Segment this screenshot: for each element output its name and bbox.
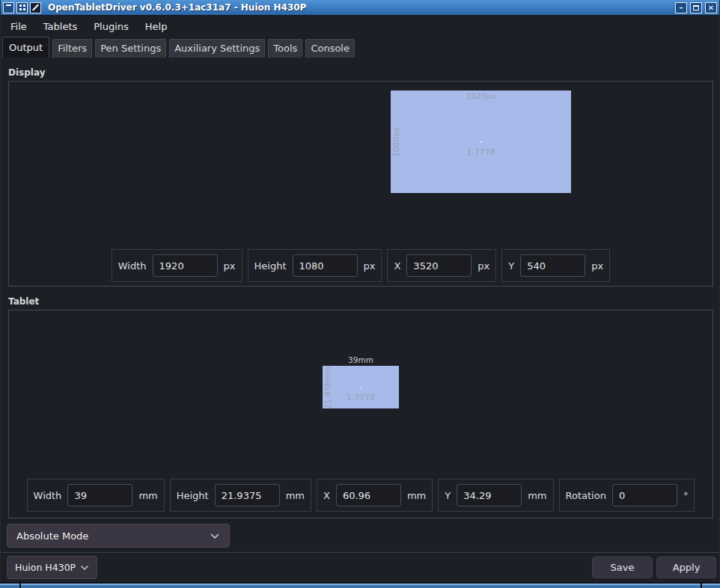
- menu-tablets[interactable]: Tablets: [35, 17, 86, 36]
- taskbar-segment-right[interactable]: [702, 584, 720, 588]
- close-icon: ✕: [708, 3, 714, 13]
- tablet-section-header: Tablet: [8, 296, 39, 307]
- shade-icon: [6, 4, 11, 6]
- display-fields-row: Width px Height px X px Y px: [9, 249, 713, 282]
- maximize-icon: [693, 5, 699, 10]
- grid-dots-icon: [19, 4, 25, 10]
- tablet-rotation-input[interactable]: [612, 484, 677, 506]
- tab-filters[interactable]: Filters: [52, 39, 92, 58]
- apply-button[interactable]: Apply: [656, 557, 716, 578]
- display-area-rect[interactable]: 1920px 1080px 1.7778: [391, 91, 571, 193]
- menu-file[interactable]: File: [2, 17, 35, 36]
- close-button[interactable]: ✕: [705, 2, 717, 13]
- tablet-x-group: X mm: [317, 479, 433, 512]
- titlebar: OpenTabletDriver v0.6.0.3+1ac31a7 - Huio…: [1, 0, 719, 16]
- footer-divider: [1, 552, 719, 553]
- display-width-label: 1920px: [391, 91, 571, 100]
- display-height-input[interactable]: [293, 254, 358, 277]
- display-center-dot: [480, 141, 482, 143]
- save-button[interactable]: Save: [592, 557, 653, 578]
- tablet-width-label: 39mm: [323, 355, 399, 364]
- tablet-width-field-label: Width: [34, 490, 62, 501]
- tablet-height-field-label: Height: [177, 490, 209, 501]
- menubar: File Tablets Plugins Help: [1, 16, 719, 37]
- taskbar-strip: [0, 582, 720, 588]
- taskbar-segment-middle[interactable]: [21, 584, 701, 588]
- tablet-y-unit: mm: [528, 490, 546, 501]
- display-y-field-label: Y: [508, 260, 514, 272]
- tablet-rotation-field-label: Rotation: [566, 490, 606, 501]
- minimize-button[interactable]: –: [675, 2, 687, 13]
- tablet-center-dot: [360, 387, 361, 388]
- tablet-area-panel: 39mm 21.938mm 1.7778 Width mm Height mm …: [8, 310, 713, 518]
- tab-bar: Output Filters Pen Settings Auxiliary Se…: [1, 37, 719, 58]
- display-x-group: X px: [387, 249, 496, 282]
- tablet-selector[interactable]: Huion H430P: [7, 556, 97, 579]
- display-height-group: Height px: [248, 249, 382, 282]
- display-y-unit: px: [591, 260, 603, 272]
- maximize-button[interactable]: [690, 2, 702, 13]
- tablet-height-label: 21.938mm: [323, 366, 332, 408]
- tablet-width-group: Width mm: [27, 479, 165, 512]
- display-width-field-label: Width: [118, 260, 147, 272]
- pen-icon: [32, 4, 39, 10]
- taskbar-segment-left[interactable]: [0, 584, 19, 588]
- titlebar-menu-button[interactable]: [16, 2, 28, 13]
- tablet-aspect-ratio: 1.7778: [323, 393, 399, 402]
- display-section-header: Display: [8, 67, 45, 78]
- display-x-unit: px: [478, 260, 489, 272]
- display-area-panel: 1920px 1080px 1.7778 Width px Height px …: [8, 81, 713, 287]
- tablet-width-input[interactable]: [67, 484, 132, 506]
- display-y-input[interactable]: [520, 254, 585, 277]
- app-icon: [30, 2, 41, 13]
- display-width-unit: px: [224, 260, 236, 272]
- titlebar-shade-button[interactable]: [3, 2, 14, 13]
- tablet-area-rect[interactable]: 21.938mm 1.7778: [323, 366, 399, 408]
- tab-tools[interactable]: Tools: [268, 39, 302, 58]
- display-aspect-ratio: 1.7778: [391, 147, 571, 157]
- output-mode-value: Absolute Mode: [16, 530, 88, 542]
- tablet-height-group: Height mm: [170, 479, 311, 512]
- display-y-group: Y px: [501, 249, 610, 282]
- tablet-selector-value: Huion H430P: [15, 562, 76, 573]
- tablet-x-unit: mm: [407, 490, 426, 501]
- tablet-fields-row: Width mm Height mm X mm Y mm Rotation: [9, 479, 713, 512]
- output-mode-select[interactable]: Absolute Mode: [7, 524, 230, 548]
- minimize-icon: –: [680, 3, 683, 13]
- tablet-rotation-group: Rotation °: [559, 479, 695, 512]
- display-width-group: Width px: [112, 249, 242, 282]
- chevron-down-icon: [80, 565, 89, 571]
- tablet-rotation-unit: °: [683, 490, 689, 501]
- tablet-height-unit: mm: [286, 490, 305, 501]
- tablet-width-unit: mm: [138, 490, 157, 501]
- display-height-unit: px: [364, 260, 376, 272]
- tab-output[interactable]: Output: [2, 37, 49, 58]
- tab-pen-settings[interactable]: Pen Settings: [95, 39, 166, 58]
- menu-help[interactable]: Help: [137, 17, 176, 36]
- tablet-height-input[interactable]: [215, 484, 280, 506]
- tab-auxiliary-settings[interactable]: Auxiliary Settings: [169, 39, 265, 58]
- app-window: OpenTabletDriver v0.6.0.3+1ac31a7 - Huio…: [0, 0, 720, 582]
- tab-console[interactable]: Console: [305, 39, 355, 58]
- chevron-down-icon: [210, 533, 220, 539]
- menu-plugins[interactable]: Plugins: [85, 17, 137, 36]
- display-height-field-label: Height: [254, 260, 287, 272]
- tablet-y-group: Y mm: [438, 479, 553, 512]
- tablet-y-field-label: Y: [445, 490, 451, 501]
- window-title: OpenTabletDriver v0.6.0.3+1ac31a7 - Huio…: [48, 2, 306, 13]
- tablet-y-input[interactable]: [457, 484, 522, 506]
- tablet-x-input[interactable]: [336, 484, 401, 506]
- display-x-field-label: X: [394, 260, 400, 272]
- display-x-input[interactable]: [406, 254, 472, 277]
- display-width-input[interactable]: [153, 254, 218, 277]
- tablet-x-field-label: X: [323, 490, 330, 501]
